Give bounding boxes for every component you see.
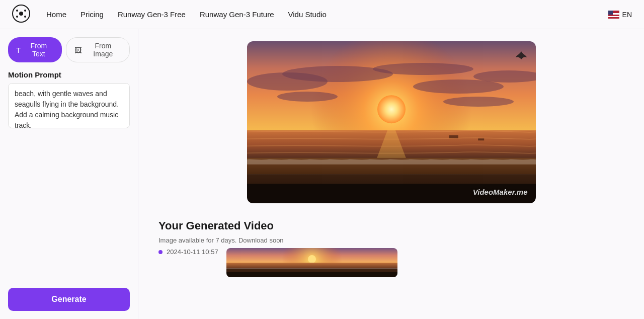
dot-icon [158,250,163,254]
image-icon: 🖼 [74,46,82,54]
spacer [8,136,130,280]
svg-point-1 [19,12,23,16]
generated-section: Your Generated Video Image available for… [158,219,624,277]
video-thumb-canvas [226,248,397,277]
main-layout: T From Text 🖼 From Image Motion Prompt G… [0,29,644,319]
lang-label: EN [622,11,632,19]
navbar-left: Home Pricing Runway Gen-3 Free Runway Ge… [12,5,327,25]
svg-point-5 [24,10,26,12]
nav-links: Home Pricing Runway Gen-3 Free Runway Ge… [46,10,327,19]
video-entry: 2024-10-11 10:57 [158,248,624,277]
nav-runway-gen3-free[interactable]: Runway Gen-3 Free [118,10,186,19]
from-text-tab[interactable]: T From Text [8,37,62,62]
hero-canvas [247,41,536,203]
nav-runway-gen3-future[interactable]: Runway Gen-3 Future [200,10,274,19]
generated-subtitle: Image available for 7 days. Download soo… [158,236,624,244]
lang-button[interactable]: EN [608,11,632,19]
generate-button[interactable]: Generate [8,288,130,311]
sidebar: T From Text 🖼 From Image Motion Prompt G… [0,29,138,319]
motion-prompt-label: Motion Prompt [8,70,130,79]
svg-point-2 [16,10,18,12]
motion-prompt-input[interactable] [8,83,130,128]
svg-rect-9 [608,15,619,16]
nav-pricing[interactable]: Pricing [80,10,104,19]
video-list: 2024-10-11 10:57 [158,248,624,277]
svg-rect-12 [608,11,613,15]
tab-row: T From Text 🖼 From Image [8,37,130,62]
generated-title: Your Generated Video [158,219,624,232]
content-area: VideoMaker.me Your Generated Video Image… [138,29,644,319]
nav-home[interactable]: Home [46,10,66,19]
video-thumbnail[interactable] [226,248,397,277]
text-icon: T [16,46,21,54]
motion-prompt-section: Motion Prompt [8,70,130,128]
video-date-row: 2024-10-11 10:57 [158,248,218,256]
from-image-tab[interactable]: 🖼 From Image [66,37,130,62]
svg-point-3 [24,16,26,18]
svg-rect-11 [608,17,619,19]
logo[interactable] [12,5,30,25]
nav-vidu-studio[interactable]: Vidu Studio [288,10,327,19]
hero-image-container: VideoMaker.me [247,41,536,203]
video-date: 2024-10-11 10:57 [167,248,218,256]
video-meta: 2024-10-11 10:57 [158,248,218,258]
navbar: Home Pricing Runway Gen-3 Free Runway Ge… [0,0,644,29]
svg-point-4 [16,16,18,18]
